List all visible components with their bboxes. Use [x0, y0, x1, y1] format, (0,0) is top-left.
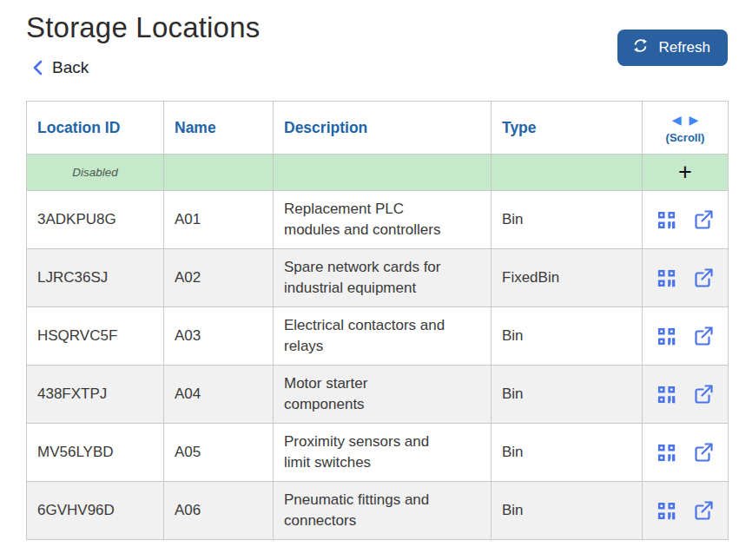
name-cell: A02: [164, 249, 274, 307]
refresh-label: Refresh: [658, 39, 710, 56]
actions-cell: [643, 482, 729, 540]
description-cell: Motor starter components: [274, 366, 492, 424]
qr-code-button[interactable]: [657, 210, 676, 230]
description-cell: Pneumatic fittings and connectors: [274, 482, 492, 540]
actions-cell: [643, 307, 729, 366]
back-link[interactable]: Back: [30, 58, 89, 77]
table-row: 438FXTPJ A04 Motor starter components Bi…: [27, 366, 729, 424]
table-row: LJRC36SJ A02 Spare network cards for ind…: [27, 249, 729, 307]
scroll-label: (Scroll): [646, 131, 724, 144]
header-scroll: ◀ ▶ (Scroll): [643, 102, 729, 155]
table-body: 3ADKPU8G A01 Replacement PLC modules and…: [27, 191, 729, 540]
location-id-cell: 438FXTPJ: [27, 366, 164, 424]
qr-code-button[interactable]: [657, 443, 676, 463]
empty-cell: [164, 155, 274, 191]
add-location-button[interactable]: +: [678, 161, 692, 184]
name-cell: A03: [164, 307, 274, 366]
back-label: Back: [52, 58, 89, 77]
type-cell: Bin: [492, 366, 643, 424]
empty-cell: [274, 155, 492, 191]
type-cell: Bin: [492, 191, 643, 249]
name-cell: A04: [164, 366, 274, 424]
header-name: Name: [164, 102, 274, 155]
description-cell: Replacement PLC modules and controllers: [274, 191, 492, 249]
type-cell: Bin: [492, 307, 643, 366]
qr-code-icon: [657, 210, 676, 230]
actions-cell: [643, 424, 729, 482]
header-type: Type: [492, 102, 643, 155]
qr-code-button[interactable]: [657, 268, 676, 288]
description-cell: Spare network cards for industrial equip…: [274, 249, 492, 307]
open-location-button[interactable]: [693, 267, 714, 288]
empty-cell: [492, 155, 643, 191]
open-location-button[interactable]: [693, 500, 714, 521]
type-cell: Bin: [492, 482, 643, 540]
refresh-button[interactable]: Refresh: [617, 30, 728, 66]
type-cell: Bin: [492, 424, 643, 482]
name-cell: A05: [164, 424, 274, 482]
external-link-icon: [693, 326, 714, 346]
storage-locations-page: Storage Locations Back Refresh: [26, 0, 728, 540]
locations-table: Location ID Name Description Type ◀ ▶ (S…: [26, 101, 728, 540]
scroll-right-icon[interactable]: ▶: [690, 114, 699, 126]
header-row: Location ID Name Description Type ◀ ▶ (S…: [27, 102, 729, 155]
table-row: HSQRVC5F A03 Electrical contactors and r…: [27, 307, 729, 366]
scroll-left-icon[interactable]: ◀: [672, 114, 682, 126]
disabled-label: Disabled: [37, 166, 153, 179]
table-row: 6GVHV96D A06 Pneumatic fittings and conn…: [27, 482, 729, 540]
refresh-icon: [632, 37, 649, 58]
type-cell: FixedBin: [492, 249, 643, 307]
actions-cell: [643, 366, 729, 424]
qr-code-icon: [657, 385, 676, 405]
external-link-icon: [693, 209, 714, 230]
name-cell: A01: [164, 191, 274, 249]
header-location-id: Location ID: [27, 102, 164, 155]
header-description: Description: [274, 102, 492, 155]
qr-code-icon: [657, 326, 676, 346]
external-link-icon: [693, 500, 714, 521]
qr-code-icon: [657, 443, 676, 463]
disabled-cell: Disabled: [27, 155, 164, 191]
description-cell: Electrical contactors and relays: [274, 307, 492, 366]
name-cell: A06: [164, 482, 274, 540]
qr-code-button[interactable]: [657, 501, 676, 521]
location-id-cell: 3ADKPU8G: [27, 191, 164, 249]
external-link-icon: [693, 442, 714, 463]
actions-cell: [643, 191, 729, 249]
location-id-cell: 6GVHV96D: [27, 482, 164, 540]
qr-code-icon: [657, 268, 676, 288]
open-location-button[interactable]: [693, 209, 714, 230]
qr-code-button[interactable]: [657, 326, 676, 346]
external-link-icon: [693, 384, 714, 405]
qr-code-button[interactable]: [657, 385, 676, 405]
location-id-cell: MV56LYBD: [27, 424, 164, 482]
external-link-icon: [693, 267, 714, 288]
open-location-button[interactable]: [693, 442, 714, 463]
disabled-insert-row: Disabled +: [27, 155, 729, 191]
back-chevron-icon: [30, 59, 46, 76]
open-location-button[interactable]: [693, 384, 714, 405]
table-row: 3ADKPU8G A01 Replacement PLC modules and…: [27, 191, 729, 249]
open-location-button[interactable]: [693, 326, 714, 346]
location-id-cell: HSQRVC5F: [27, 307, 164, 366]
location-id-cell: LJRC36SJ: [27, 249, 164, 307]
qr-code-icon: [657, 501, 676, 521]
table-row: MV56LYBD A05 Proximity sensors and limit…: [27, 424, 729, 482]
add-cell: +: [643, 155, 729, 191]
actions-cell: [643, 249, 729, 307]
description-cell: Proximity sensors and limit switches: [274, 424, 492, 482]
